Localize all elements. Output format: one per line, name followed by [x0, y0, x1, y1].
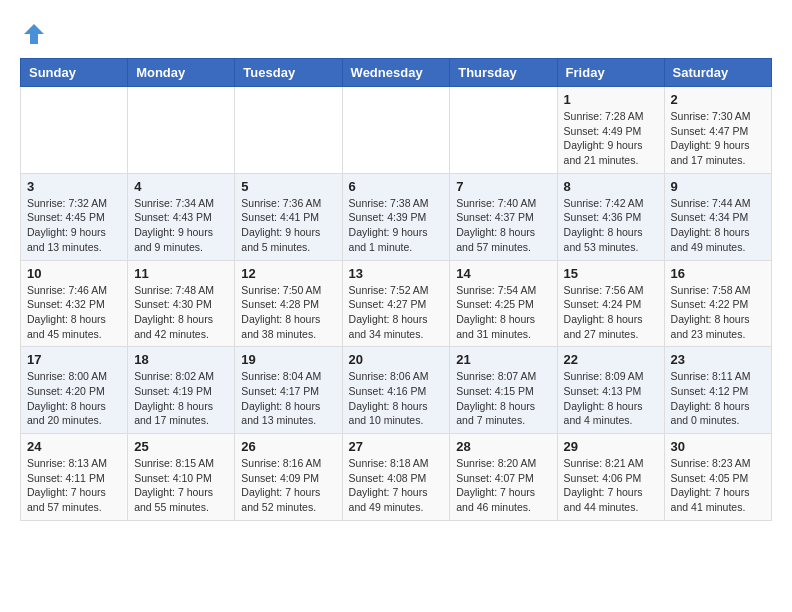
day-info: Sunrise: 7:36 AMSunset: 4:41 PMDaylight:… [241, 196, 335, 255]
day-info: Sunrise: 7:28 AMSunset: 4:49 PMDaylight:… [564, 109, 658, 168]
calendar-cell: 30Sunrise: 8:23 AMSunset: 4:05 PMDayligh… [664, 434, 771, 521]
day-number: 4 [134, 179, 228, 194]
calendar-cell: 28Sunrise: 8:20 AMSunset: 4:07 PMDayligh… [450, 434, 557, 521]
day-info: Sunrise: 8:15 AMSunset: 4:10 PMDaylight:… [134, 456, 228, 515]
calendar-cell: 23Sunrise: 8:11 AMSunset: 4:12 PMDayligh… [664, 347, 771, 434]
calendar-cell: 14Sunrise: 7:54 AMSunset: 4:25 PMDayligh… [450, 260, 557, 347]
weekday-header-monday: Monday [128, 59, 235, 87]
day-info: Sunrise: 8:11 AMSunset: 4:12 PMDaylight:… [671, 369, 765, 428]
day-number: 1 [564, 92, 658, 107]
day-info: Sunrise: 8:09 AMSunset: 4:13 PMDaylight:… [564, 369, 658, 428]
day-info: Sunrise: 8:02 AMSunset: 4:19 PMDaylight:… [134, 369, 228, 428]
calendar-cell: 10Sunrise: 7:46 AMSunset: 4:32 PMDayligh… [21, 260, 128, 347]
calendar-cell: 19Sunrise: 8:04 AMSunset: 4:17 PMDayligh… [235, 347, 342, 434]
weekday-header-sunday: Sunday [21, 59, 128, 87]
day-number: 12 [241, 266, 335, 281]
logo-icon [20, 20, 48, 48]
calendar-cell [21, 87, 128, 174]
day-number: 20 [349, 352, 444, 367]
day-info: Sunrise: 8:06 AMSunset: 4:16 PMDaylight:… [349, 369, 444, 428]
day-info: Sunrise: 8:07 AMSunset: 4:15 PMDaylight:… [456, 369, 550, 428]
day-number: 9 [671, 179, 765, 194]
day-info: Sunrise: 8:21 AMSunset: 4:06 PMDaylight:… [564, 456, 658, 515]
calendar-cell: 7Sunrise: 7:40 AMSunset: 4:37 PMDaylight… [450, 173, 557, 260]
calendar-cell: 11Sunrise: 7:48 AMSunset: 4:30 PMDayligh… [128, 260, 235, 347]
day-info: Sunrise: 7:46 AMSunset: 4:32 PMDaylight:… [27, 283, 121, 342]
calendar-cell: 5Sunrise: 7:36 AMSunset: 4:41 PMDaylight… [235, 173, 342, 260]
day-number: 13 [349, 266, 444, 281]
calendar-cell: 25Sunrise: 8:15 AMSunset: 4:10 PMDayligh… [128, 434, 235, 521]
day-info: Sunrise: 7:38 AMSunset: 4:39 PMDaylight:… [349, 196, 444, 255]
day-number: 5 [241, 179, 335, 194]
week-row-3: 10Sunrise: 7:46 AMSunset: 4:32 PMDayligh… [21, 260, 772, 347]
day-info: Sunrise: 7:30 AMSunset: 4:47 PMDaylight:… [671, 109, 765, 168]
day-info: Sunrise: 8:23 AMSunset: 4:05 PMDaylight:… [671, 456, 765, 515]
day-info: Sunrise: 7:48 AMSunset: 4:30 PMDaylight:… [134, 283, 228, 342]
day-number: 27 [349, 439, 444, 454]
calendar-cell: 22Sunrise: 8:09 AMSunset: 4:13 PMDayligh… [557, 347, 664, 434]
day-number: 28 [456, 439, 550, 454]
day-number: 26 [241, 439, 335, 454]
calendar-cell: 21Sunrise: 8:07 AMSunset: 4:15 PMDayligh… [450, 347, 557, 434]
day-info: Sunrise: 7:58 AMSunset: 4:22 PMDaylight:… [671, 283, 765, 342]
day-number: 29 [564, 439, 658, 454]
calendar-cell: 2Sunrise: 7:30 AMSunset: 4:47 PMDaylight… [664, 87, 771, 174]
day-number: 10 [27, 266, 121, 281]
day-number: 15 [564, 266, 658, 281]
day-info: Sunrise: 7:54 AMSunset: 4:25 PMDaylight:… [456, 283, 550, 342]
calendar-cell: 13Sunrise: 7:52 AMSunset: 4:27 PMDayligh… [342, 260, 450, 347]
day-info: Sunrise: 8:13 AMSunset: 4:11 PMDaylight:… [27, 456, 121, 515]
calendar-cell: 12Sunrise: 7:50 AMSunset: 4:28 PMDayligh… [235, 260, 342, 347]
day-number: 14 [456, 266, 550, 281]
day-info: Sunrise: 7:34 AMSunset: 4:43 PMDaylight:… [134, 196, 228, 255]
weekday-header-friday: Friday [557, 59, 664, 87]
day-info: Sunrise: 8:00 AMSunset: 4:20 PMDaylight:… [27, 369, 121, 428]
day-info: Sunrise: 7:52 AMSunset: 4:27 PMDaylight:… [349, 283, 444, 342]
day-number: 19 [241, 352, 335, 367]
calendar-cell [235, 87, 342, 174]
calendar-cell: 24Sunrise: 8:13 AMSunset: 4:11 PMDayligh… [21, 434, 128, 521]
day-number: 17 [27, 352, 121, 367]
day-number: 6 [349, 179, 444, 194]
day-number: 16 [671, 266, 765, 281]
day-info: Sunrise: 8:20 AMSunset: 4:07 PMDaylight:… [456, 456, 550, 515]
calendar-cell: 16Sunrise: 7:58 AMSunset: 4:22 PMDayligh… [664, 260, 771, 347]
calendar-cell: 29Sunrise: 8:21 AMSunset: 4:06 PMDayligh… [557, 434, 664, 521]
calendar-cell: 18Sunrise: 8:02 AMSunset: 4:19 PMDayligh… [128, 347, 235, 434]
week-row-5: 24Sunrise: 8:13 AMSunset: 4:11 PMDayligh… [21, 434, 772, 521]
day-info: Sunrise: 7:50 AMSunset: 4:28 PMDaylight:… [241, 283, 335, 342]
day-number: 8 [564, 179, 658, 194]
day-info: Sunrise: 8:04 AMSunset: 4:17 PMDaylight:… [241, 369, 335, 428]
day-number: 25 [134, 439, 228, 454]
week-row-4: 17Sunrise: 8:00 AMSunset: 4:20 PMDayligh… [21, 347, 772, 434]
calendar-cell [128, 87, 235, 174]
weekday-header-wednesday: Wednesday [342, 59, 450, 87]
calendar-cell: 1Sunrise: 7:28 AMSunset: 4:49 PMDaylight… [557, 87, 664, 174]
logo [20, 20, 52, 48]
day-number: 7 [456, 179, 550, 194]
calendar-table: SundayMondayTuesdayWednesdayThursdayFrid… [20, 58, 772, 521]
calendar-cell: 4Sunrise: 7:34 AMSunset: 4:43 PMDaylight… [128, 173, 235, 260]
weekday-header-saturday: Saturday [664, 59, 771, 87]
calendar-cell: 3Sunrise: 7:32 AMSunset: 4:45 PMDaylight… [21, 173, 128, 260]
calendar-cell: 27Sunrise: 8:18 AMSunset: 4:08 PMDayligh… [342, 434, 450, 521]
week-row-1: 1Sunrise: 7:28 AMSunset: 4:49 PMDaylight… [21, 87, 772, 174]
day-info: Sunrise: 7:42 AMSunset: 4:36 PMDaylight:… [564, 196, 658, 255]
day-number: 30 [671, 439, 765, 454]
weekday-header-thursday: Thursday [450, 59, 557, 87]
day-number: 21 [456, 352, 550, 367]
day-info: Sunrise: 7:40 AMSunset: 4:37 PMDaylight:… [456, 196, 550, 255]
day-info: Sunrise: 8:18 AMSunset: 4:08 PMDaylight:… [349, 456, 444, 515]
day-info: Sunrise: 8:16 AMSunset: 4:09 PMDaylight:… [241, 456, 335, 515]
svg-marker-1 [24, 24, 44, 44]
calendar-cell [450, 87, 557, 174]
calendar-cell: 26Sunrise: 8:16 AMSunset: 4:09 PMDayligh… [235, 434, 342, 521]
day-info: Sunrise: 7:44 AMSunset: 4:34 PMDaylight:… [671, 196, 765, 255]
day-info: Sunrise: 7:56 AMSunset: 4:24 PMDaylight:… [564, 283, 658, 342]
calendar-cell: 9Sunrise: 7:44 AMSunset: 4:34 PMDaylight… [664, 173, 771, 260]
day-number: 3 [27, 179, 121, 194]
header [20, 20, 772, 48]
day-number: 22 [564, 352, 658, 367]
day-number: 2 [671, 92, 765, 107]
week-row-2: 3Sunrise: 7:32 AMSunset: 4:45 PMDaylight… [21, 173, 772, 260]
